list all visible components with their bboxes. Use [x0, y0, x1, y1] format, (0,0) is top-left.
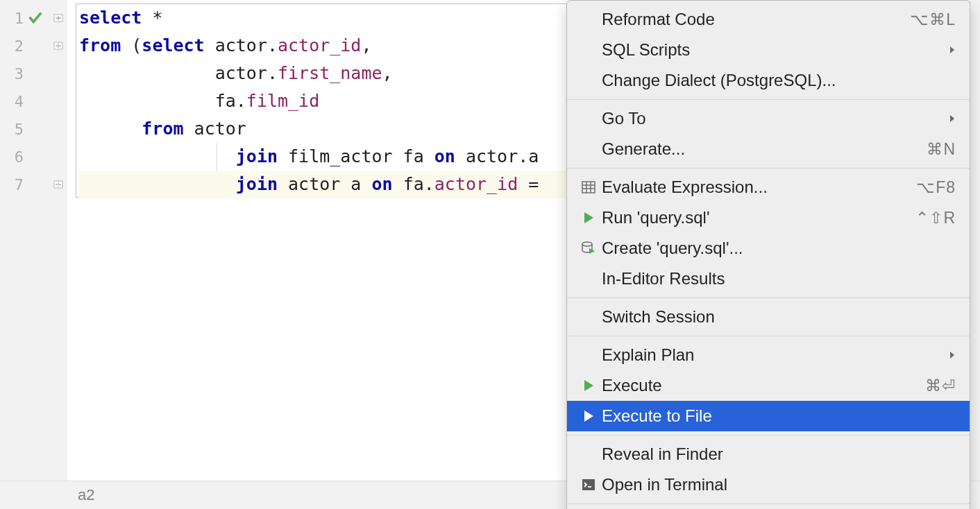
code-token	[79, 146, 236, 166]
gutter-line: 3	[0, 60, 66, 87]
fold-collapse-icon[interactable]	[53, 13, 63, 23]
code-token: film_actor fa	[278, 146, 434, 166]
code-token	[79, 119, 142, 139]
status-text: a2	[78, 486, 94, 504]
line-number: 6	[0, 148, 26, 166]
terminal-icon	[577, 477, 600, 492]
menu-label: Change Dialect (PostgreSQL)...	[600, 71, 956, 90]
code-token	[79, 174, 236, 194]
chevron-right-icon	[943, 114, 956, 123]
play-icon	[577, 409, 600, 423]
code-token: from	[79, 35, 121, 55]
check-icon	[26, 10, 44, 26]
code-token: film_id	[246, 91, 319, 111]
context-menu: Reformat Code⌥⌘LSQL ScriptsChange Dialec…	[566, 0, 970, 509]
line-number: 3	[0, 65, 26, 83]
code-token: on	[434, 146, 455, 166]
code-token: join	[236, 174, 278, 194]
code-token: actor	[184, 119, 246, 139]
code-token: fa.	[393, 174, 434, 194]
svg-point-8	[582, 242, 592, 246]
right-margin-strip	[969, 0, 980, 481]
menu-label: In-Editor Results	[600, 269, 956, 288]
fold-region[interactable]	[51, 41, 66, 51]
code-token: actor a	[278, 174, 371, 194]
menu-item-generate[interactable]: Generate...⌘N	[567, 134, 970, 164]
menu-item-go-to[interactable]: Go To	[567, 103, 970, 134]
gutter-line: 2	[0, 32, 66, 60]
code-token: first_name	[278, 63, 382, 83]
code-token: ,	[361, 35, 371, 55]
line-number: 4	[0, 93, 26, 110]
menu-label: Evaluate Expression...	[600, 178, 916, 197]
line-number: 5	[0, 121, 26, 138]
editor-gutter: 1234567	[0, 0, 67, 509]
menu-item-reformat-code[interactable]: Reformat Code⌥⌘L	[567, 4, 970, 35]
menu-label: Switch Session	[600, 307, 956, 327]
menu-item-execute-to-file[interactable]: Execute to File	[567, 401, 970, 431]
fold-region[interactable]	[51, 180, 66, 189]
menu-item-in-editor-results[interactable]: In-Editor Results	[567, 264, 970, 294]
dbplay-icon	[577, 241, 600, 256]
chevron-right-icon	[943, 350, 956, 360]
menu-item-open-in-terminal[interactable]: Open in Terminal	[567, 469, 970, 500]
menu-item-sql-scripts[interactable]: SQL Scripts	[567, 35, 970, 65]
code-token: (	[121, 35, 142, 55]
menu-item-create-query-sql[interactable]: Create 'query.sql'...	[567, 233, 970, 264]
menu-shortcut: ⌘⏎	[925, 377, 956, 395]
menu-item-change-dialect-postgresql[interactable]: Change Dialect (PostgreSQL)...	[567, 65, 970, 96]
menu-shortcut: ⌘N	[927, 140, 956, 159]
code-token: fa.	[79, 91, 246, 111]
menu-item-switch-session[interactable]: Switch Session	[567, 302, 970, 332]
menu-item-execute[interactable]: Execute⌘⏎	[567, 370, 970, 401]
menu-label: Generate...	[600, 139, 927, 159]
line-number: 2	[0, 37, 26, 55]
menu-separator	[567, 297, 970, 298]
menu-separator	[567, 168, 970, 169]
code-token: join	[236, 146, 278, 166]
menu-separator	[567, 336, 970, 336]
menu-item-reveal-in-finder[interactable]: Reveal in Finder	[567, 439, 970, 469]
code-token: =	[518, 174, 539, 194]
gutter-line: 5	[0, 115, 66, 143]
menu-label: Explain Plan	[600, 345, 943, 365]
menu-label: Reformat Code	[600, 10, 910, 29]
gutter-line: 7	[0, 171, 66, 198]
code-token: actor_id	[434, 174, 518, 194]
menu-shortcut: ⌥F8	[916, 178, 956, 197]
menu-shortcut: ⌃⇧R	[915, 209, 956, 227]
code-token: *	[142, 8, 162, 28]
play-icon	[577, 211, 600, 225]
menu-shortcut: ⌥⌘L	[910, 10, 956, 29]
menu-label: Execute to File	[600, 406, 956, 426]
code-token: ,	[382, 63, 393, 83]
menu-label: Execute	[600, 376, 925, 395]
code-token: actor.	[79, 63, 278, 83]
line-number: 1	[0, 10, 26, 27]
chevron-right-icon	[943, 45, 956, 55]
code-token: actor_id	[278, 35, 361, 55]
menu-separator	[567, 99, 970, 100]
code-token: actor.a	[455, 146, 539, 166]
menu-item-run-query-sql[interactable]: Run 'query.sql'⌃⇧R	[567, 202, 970, 233]
gutter-line: 4	[0, 87, 66, 115]
gutter-line: 6	[0, 143, 66, 171]
menu-label: Create 'query.sql'...	[600, 239, 956, 258]
grid-icon	[577, 180, 600, 195]
svg-rect-9	[582, 479, 595, 490]
menu-item-evaluate-expression[interactable]: Evaluate Expression...⌥F8	[567, 172, 970, 202]
menu-label: Go To	[600, 109, 943, 128]
menu-label: Reveal in Finder	[600, 445, 956, 464]
fold-region[interactable]	[51, 13, 66, 23]
gutter-line: 1	[0, 4, 66, 32]
menu-separator	[567, 435, 970, 435]
code-token: select	[142, 35, 204, 55]
menu-label: SQL Scripts	[600, 40, 943, 60]
code-token: actor.	[205, 35, 278, 55]
menu-separator	[567, 503, 970, 504]
menu-label: Run 'query.sql'	[600, 208, 915, 227]
menu-item-explain-plan[interactable]: Explain Plan	[567, 340, 970, 370]
svg-rect-3	[582, 182, 595, 193]
code-token: from	[142, 119, 183, 139]
menu-label: Open in Terminal	[600, 475, 956, 494]
